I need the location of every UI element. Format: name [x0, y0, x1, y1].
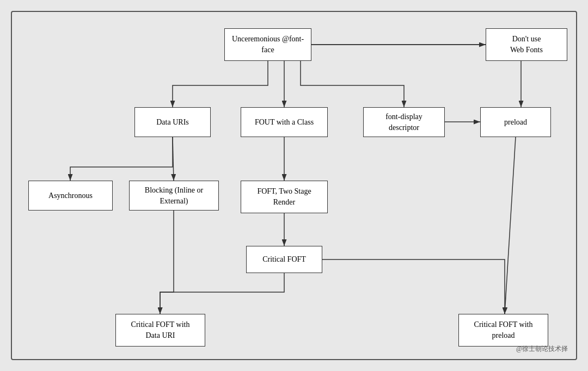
svg-line-3	[173, 137, 174, 181]
node-preload: preload	[480, 107, 551, 137]
node-root: Unceremonious @font-face	[224, 28, 311, 61]
node-async: Asynchronous	[28, 181, 113, 211]
node-foft-two-stage: FOFT, Two StageRender	[241, 181, 328, 213]
node-fout-class: FOUT with a Class	[241, 107, 328, 137]
node-font-display: font-displaydescriptor	[363, 107, 445, 137]
node-blocking: Blocking (Inline orExternal)	[129, 181, 219, 211]
node-critical-foft: Critical FOFT	[246, 246, 322, 273]
node-data-uris: Data URIs	[134, 107, 211, 137]
watermark: @徐士朝论技术择	[516, 344, 568, 354]
svg-line-7	[505, 137, 516, 314]
node-critical-foft-preload: Critical FOFT withpreload	[458, 314, 548, 347]
node-dont-use: Don't useWeb Fonts	[486, 28, 567, 61]
diagram-container: Unceremonious @font-face Don't useWeb Fo…	[11, 11, 577, 360]
node-critical-foft-uri: Critical FOFT withData URI	[115, 314, 205, 347]
